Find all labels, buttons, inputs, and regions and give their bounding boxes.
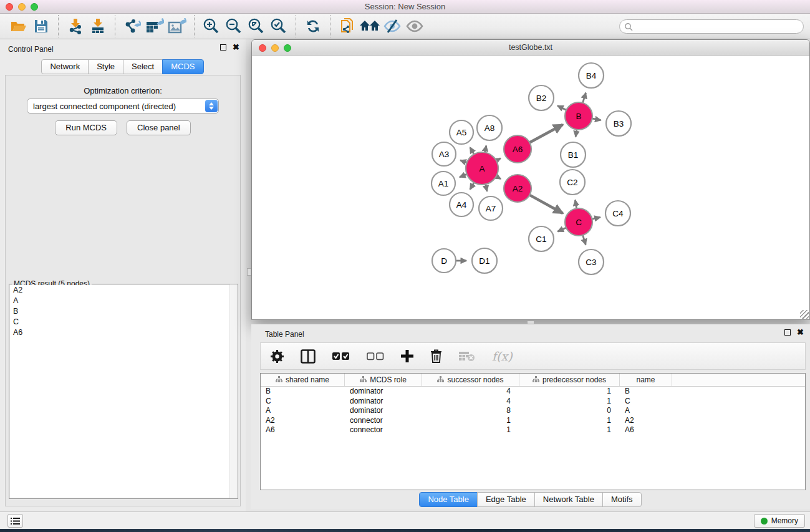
export-table-icon[interactable] [143,16,166,37]
search-field[interactable] [619,19,804,34]
cell-shared-name[interactable]: A6 [261,425,345,435]
column-header-shared-name[interactable]: shared name [261,374,345,386]
column-header-MCDS-role[interactable]: MCDS role [345,374,422,386]
cell-predecessor-nodes[interactable]: 0 [519,406,620,416]
cell-successor-nodes[interactable]: 4 [422,397,519,407]
show-columns-checked-icon[interactable] [332,352,350,360]
tab-style[interactable]: Style [88,59,123,74]
result-item[interactable]: A6 [10,327,237,338]
node-table-header[interactable]: shared nameMCDS rolesuccessor nodesprede… [261,374,805,387]
network-canvas[interactable]: B4B2BB3A5A8A3A6B1AA1C2A2A4A7CC4C1C3DD1 [252,56,809,319]
tab-motifs[interactable]: Motifs [602,492,642,507]
delete-columns-trash-icon[interactable] [430,349,442,363]
list-icon [11,517,20,525]
show-all-eye-icon[interactable] [403,16,426,37]
table-row[interactable]: Adominator80A [261,406,805,416]
tab-node-table[interactable]: Node Table [419,492,478,507]
node-table-body[interactable]: Bdominator41BCdominator41CAdominator80AA… [261,387,805,435]
network-close-button[interactable] [259,44,266,52]
table-row[interactable]: A2connector11A2 [261,416,805,426]
export-network-icon[interactable] [121,16,143,37]
result-item[interactable]: C [10,317,237,327]
import-table-icon[interactable] [87,16,109,37]
table-row[interactable]: Cdominator41C [261,397,805,407]
table-row[interactable]: Bdominator41B [261,387,805,397]
zoom-out-icon[interactable] [223,16,245,37]
add-column-plus-icon[interactable] [401,350,413,362]
node-table[interactable]: shared nameMCDS rolesuccessor nodesprede… [260,373,806,490]
save-session-icon[interactable] [30,16,52,37]
cell-successor-nodes[interactable]: 1 [422,425,519,435]
import-network-icon[interactable] [64,16,87,37]
settings-gear-icon[interactable] [271,350,284,363]
task-history-button[interactable] [7,514,23,528]
column-header-predecessor-nodes[interactable]: predecessor nodes [519,374,620,386]
close-panel-button[interactable]: Close panel [127,120,191,135]
hide-columns-unchecked-icon[interactable] [367,352,384,360]
result-item[interactable]: A2 [10,285,237,296]
run-mcds-button[interactable]: Run MCDS [55,120,117,135]
column-label: predecessor nodes [542,375,606,384]
cell-name[interactable]: A6 [620,425,672,435]
tab-network[interactable]: Network [41,59,89,74]
result-item[interactable]: A [10,296,237,306]
cell-MCDS-role[interactable]: connector [345,425,422,435]
cell-successor-nodes[interactable]: 8 [422,406,519,416]
mcds-result-list[interactable]: A2ABCA6 [10,285,237,498]
divider-grip-vertical[interactable] [247,268,251,276]
network-zoom-button[interactable] [284,44,291,52]
cell-MCDS-role[interactable]: dominator [345,397,422,407]
network-minimize-button[interactable] [271,44,279,52]
cell-MCDS-role[interactable]: dominator [345,406,422,416]
network-graph[interactable]: B4B2BB3A5A8A3A6B1AA1C2A2A4A7CC4C1C3DD1 [252,56,809,319]
table-panel-close-icon[interactable]: ✖ [797,329,804,336]
tab-edge-table[interactable]: Edge Table [477,492,535,507]
cell-MCDS-role[interactable]: dominator [345,387,422,397]
cell-predecessor-nodes[interactable]: 1 [519,425,620,435]
criterion-dropdown[interactable]: largest connected component (directed) [27,99,219,114]
result-scrollbar[interactable] [229,284,238,498]
first-neighbors-houses-icon[interactable] [359,16,381,37]
toggle-panel-columns-icon[interactable] [301,349,316,364]
cell-name[interactable]: B [620,387,672,397]
network-window-titlebar[interactable]: testGlobe.txt [252,40,809,56]
cell-predecessor-nodes[interactable]: 1 [519,416,620,426]
cell-predecessor-nodes[interactable]: 1 [519,387,620,397]
cell-shared-name[interactable]: C [261,397,345,407]
table-panel: Table Panel ✖ [251,324,810,509]
tab-mcds[interactable]: MCDS [162,59,203,74]
cell-name[interactable]: A2 [620,416,672,426]
search-input[interactable] [633,21,803,32]
export-image-icon[interactable] [166,16,188,37]
graph-edge-A2-C[interactable] [529,195,563,213]
open-session-icon[interactable] [7,16,30,37]
table-panel-float-icon[interactable] [784,329,791,336]
zoom-fit-icon[interactable] [245,16,268,37]
cell-successor-nodes[interactable]: 1 [422,416,519,426]
control-panel-close-icon[interactable]: ✖ [233,44,239,51]
cell-shared-name[interactable]: B [261,387,345,397]
cell-name[interactable]: A [620,406,672,416]
cell-predecessor-nodes[interactable]: 1 [519,397,620,407]
refresh-icon[interactable] [302,16,324,37]
cell-shared-name[interactable]: A2 [261,416,345,426]
new-network-from-selection-icon[interactable] [336,16,359,37]
hide-selected-eye-slash-icon[interactable] [381,16,403,37]
column-header-successor-nodes[interactable]: successor nodes [422,374,519,386]
zoom-in-icon[interactable] [200,16,223,37]
cell-name[interactable]: C [620,397,672,407]
table-row[interactable]: A6connector11A6 [261,425,805,435]
graph-edge-A6-B[interactable] [529,125,563,143]
desktop-wallpaper-strip [0,529,810,532]
result-item[interactable]: B [10,306,237,317]
memory-button[interactable]: Memory [754,514,805,528]
column-header-name[interactable]: name [620,374,672,386]
tab-select[interactable]: Select [123,59,163,74]
network-resize-grip[interactable] [800,310,809,319]
tab-network-table[interactable]: Network Table [534,492,603,507]
cell-shared-name[interactable]: A [261,406,345,416]
zoom-selected-icon[interactable] [268,16,290,37]
cell-successor-nodes[interactable]: 4 [422,387,519,397]
control-panel-float-icon[interactable] [220,44,226,51]
cell-MCDS-role[interactable]: connector [345,416,422,426]
